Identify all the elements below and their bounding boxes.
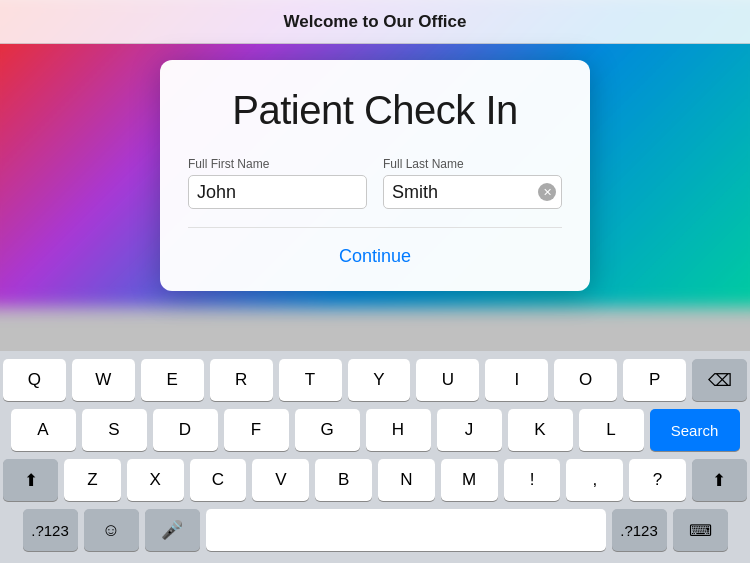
key-f[interactable]: F <box>224 409 289 451</box>
form-row: Full First Name Full Last Name ✕ <box>188 157 562 209</box>
key-j[interactable]: J <box>437 409 502 451</box>
key-question[interactable]: ? <box>629 459 686 501</box>
mic-icon: 🎤 <box>161 519 183 541</box>
key-comma[interactable]: , <box>566 459 623 501</box>
key-exclaim[interactable]: ! <box>504 459 561 501</box>
key-h[interactable]: H <box>366 409 431 451</box>
key-w[interactable]: W <box>72 359 135 401</box>
number-key-right[interactable]: .?123 <box>612 509 667 551</box>
key-d[interactable]: D <box>153 409 218 451</box>
divider <box>188 227 562 228</box>
key-z[interactable]: Z <box>64 459 121 501</box>
key-b[interactable]: B <box>315 459 372 501</box>
key-m[interactable]: M <box>441 459 498 501</box>
key-v[interactable]: V <box>252 459 309 501</box>
key-e[interactable]: E <box>141 359 204 401</box>
shift-left-icon: ⬆ <box>24 470 38 491</box>
last-name-label: Full Last Name <box>383 157 562 171</box>
key-s[interactable]: S <box>82 409 147 451</box>
keyboard-row-3: ⬆ Z X C V B N M ! , ? ⬆ <box>3 459 747 501</box>
key-q[interactable]: Q <box>3 359 66 401</box>
key-i[interactable]: I <box>485 359 548 401</box>
key-l[interactable]: L <box>579 409 644 451</box>
key-x[interactable]: X <box>127 459 184 501</box>
key-t[interactable]: T <box>279 359 342 401</box>
key-o[interactable]: O <box>554 359 617 401</box>
key-n[interactable]: N <box>378 459 435 501</box>
shift-right-icon: ⬆ <box>712 470 726 491</box>
mic-key[interactable]: 🎤 <box>145 509 200 551</box>
search-key[interactable]: Search <box>650 409 740 451</box>
last-name-group: Full Last Name ✕ <box>383 157 562 209</box>
shift-left-key[interactable]: ⬆ <box>3 459 58 501</box>
keyboard: Q W E R T Y U I O P ⌫ A S D F G H J K L … <box>0 351 750 563</box>
keyboard-icon: ⌨ <box>689 521 712 540</box>
spacebar-key[interactable] <box>206 509 606 551</box>
backspace-key[interactable]: ⌫ <box>692 359 747 401</box>
continue-button[interactable]: Continue <box>188 242 562 271</box>
first-name-input[interactable] <box>188 175 367 209</box>
backspace-icon: ⌫ <box>708 370 732 391</box>
key-a[interactable]: A <box>11 409 76 451</box>
keyboard-row-2: A S D F G H J K L Search <box>3 409 747 451</box>
shift-right-key[interactable]: ⬆ <box>692 459 747 501</box>
card-title: Patient Check In <box>188 88 562 133</box>
first-name-group: Full First Name <box>188 157 367 209</box>
clear-last-name-button[interactable]: ✕ <box>538 183 556 201</box>
keyboard-row-4: .?123 ☺ 🎤 .?123 ⌨ <box>3 509 747 551</box>
checkin-card: Patient Check In Full First Name Full La… <box>160 60 590 291</box>
key-y[interactable]: Y <box>348 359 411 401</box>
first-name-label: Full First Name <box>188 157 367 171</box>
key-k[interactable]: K <box>508 409 573 451</box>
keyboard-dismiss-key[interactable]: ⌨ <box>673 509 728 551</box>
emoji-key[interactable]: ☺ <box>84 509 139 551</box>
last-name-input-wrapper: ✕ <box>383 175 562 209</box>
first-name-input-wrapper <box>188 175 367 209</box>
top-bar: Welcome to Our Office <box>0 0 750 44</box>
key-c[interactable]: C <box>190 459 247 501</box>
key-u[interactable]: U <box>416 359 479 401</box>
top-bar-title: Welcome to Our Office <box>284 12 467 32</box>
keyboard-row-1: Q W E R T Y U I O P ⌫ <box>3 359 747 401</box>
number-key-left[interactable]: .?123 <box>23 509 78 551</box>
last-name-input[interactable] <box>383 175 562 209</box>
emoji-icon: ☺ <box>102 520 120 541</box>
key-r[interactable]: R <box>210 359 273 401</box>
key-g[interactable]: G <box>295 409 360 451</box>
key-p[interactable]: P <box>623 359 686 401</box>
